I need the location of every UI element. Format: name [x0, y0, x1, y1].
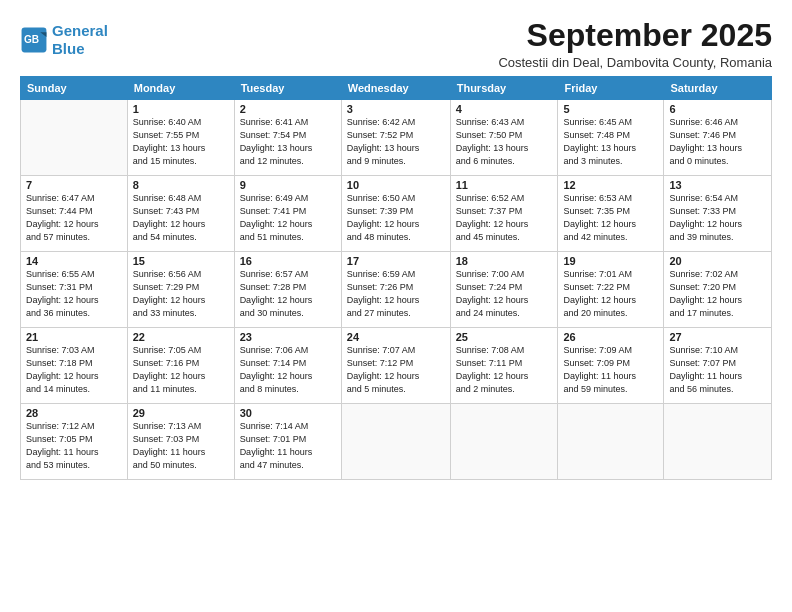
logo: GB General Blue: [20, 22, 108, 58]
day-cell: 14Sunrise: 6:55 AM Sunset: 7:31 PM Dayli…: [21, 252, 128, 328]
day-info: Sunrise: 7:14 AM Sunset: 7:01 PM Dayligh…: [240, 420, 336, 472]
day-info: Sunrise: 6:52 AM Sunset: 7:37 PM Dayligh…: [456, 192, 553, 244]
day-number: 18: [456, 255, 553, 267]
day-info: Sunrise: 7:12 AM Sunset: 7:05 PM Dayligh…: [26, 420, 122, 472]
day-info: Sunrise: 6:42 AM Sunset: 7:52 PM Dayligh…: [347, 116, 445, 168]
day-cell: 19Sunrise: 7:01 AM Sunset: 7:22 PM Dayli…: [558, 252, 664, 328]
day-number: 28: [26, 407, 122, 419]
weekday-thursday: Thursday: [450, 77, 558, 100]
title-area: September 2025 Costestii din Deal, Dambo…: [498, 18, 772, 70]
day-number: 23: [240, 331, 336, 343]
day-number: 14: [26, 255, 122, 267]
day-cell: 21Sunrise: 7:03 AM Sunset: 7:18 PM Dayli…: [21, 328, 128, 404]
day-cell: 30Sunrise: 7:14 AM Sunset: 7:01 PM Dayli…: [234, 404, 341, 480]
day-cell: 23Sunrise: 7:06 AM Sunset: 7:14 PM Dayli…: [234, 328, 341, 404]
day-info: Sunrise: 7:02 AM Sunset: 7:20 PM Dayligh…: [669, 268, 766, 320]
day-cell: 15Sunrise: 6:56 AM Sunset: 7:29 PM Dayli…: [127, 252, 234, 328]
logo-icon: GB: [20, 26, 48, 54]
week-row-0: 1Sunrise: 6:40 AM Sunset: 7:55 PM Daylig…: [21, 100, 772, 176]
weekday-tuesday: Tuesday: [234, 77, 341, 100]
day-cell: [341, 404, 450, 480]
day-number: 26: [563, 331, 658, 343]
day-number: 10: [347, 179, 445, 191]
day-info: Sunrise: 6:53 AM Sunset: 7:35 PM Dayligh…: [563, 192, 658, 244]
day-info: Sunrise: 6:55 AM Sunset: 7:31 PM Dayligh…: [26, 268, 122, 320]
day-cell: 28Sunrise: 7:12 AM Sunset: 7:05 PM Dayli…: [21, 404, 128, 480]
day-info: Sunrise: 6:43 AM Sunset: 7:50 PM Dayligh…: [456, 116, 553, 168]
day-cell: 22Sunrise: 7:05 AM Sunset: 7:16 PM Dayli…: [127, 328, 234, 404]
day-number: 1: [133, 103, 229, 115]
day-info: Sunrise: 6:59 AM Sunset: 7:26 PM Dayligh…: [347, 268, 445, 320]
day-cell: 17Sunrise: 6:59 AM Sunset: 7:26 PM Dayli…: [341, 252, 450, 328]
day-cell: 25Sunrise: 7:08 AM Sunset: 7:11 PM Dayli…: [450, 328, 558, 404]
day-number: 19: [563, 255, 658, 267]
day-cell: 12Sunrise: 6:53 AM Sunset: 7:35 PM Dayli…: [558, 176, 664, 252]
day-cell: 24Sunrise: 7:07 AM Sunset: 7:12 PM Dayli…: [341, 328, 450, 404]
day-info: Sunrise: 7:06 AM Sunset: 7:14 PM Dayligh…: [240, 344, 336, 396]
day-info: Sunrise: 6:57 AM Sunset: 7:28 PM Dayligh…: [240, 268, 336, 320]
day-cell: 11Sunrise: 6:52 AM Sunset: 7:37 PM Dayli…: [450, 176, 558, 252]
day-cell: 8Sunrise: 6:48 AM Sunset: 7:43 PM Daylig…: [127, 176, 234, 252]
day-info: Sunrise: 6:50 AM Sunset: 7:39 PM Dayligh…: [347, 192, 445, 244]
day-number: 4: [456, 103, 553, 115]
day-number: 29: [133, 407, 229, 419]
weekday-friday: Friday: [558, 77, 664, 100]
month-title: September 2025: [498, 18, 772, 53]
logo-general: General: [52, 22, 108, 39]
day-number: 8: [133, 179, 229, 191]
day-number: 9: [240, 179, 336, 191]
day-number: 11: [456, 179, 553, 191]
day-cell: [21, 100, 128, 176]
day-number: 20: [669, 255, 766, 267]
day-info: Sunrise: 7:08 AM Sunset: 7:11 PM Dayligh…: [456, 344, 553, 396]
weekday-monday: Monday: [127, 77, 234, 100]
day-cell: 26Sunrise: 7:09 AM Sunset: 7:09 PM Dayli…: [558, 328, 664, 404]
day-number: 5: [563, 103, 658, 115]
day-number: 15: [133, 255, 229, 267]
day-cell: 5Sunrise: 6:45 AM Sunset: 7:48 PM Daylig…: [558, 100, 664, 176]
day-cell: [664, 404, 772, 480]
day-info: Sunrise: 6:46 AM Sunset: 7:46 PM Dayligh…: [669, 116, 766, 168]
day-cell: 3Sunrise: 6:42 AM Sunset: 7:52 PM Daylig…: [341, 100, 450, 176]
day-number: 27: [669, 331, 766, 343]
day-info: Sunrise: 7:13 AM Sunset: 7:03 PM Dayligh…: [133, 420, 229, 472]
day-info: Sunrise: 7:10 AM Sunset: 7:07 PM Dayligh…: [669, 344, 766, 396]
day-info: Sunrise: 6:47 AM Sunset: 7:44 PM Dayligh…: [26, 192, 122, 244]
day-info: Sunrise: 7:05 AM Sunset: 7:16 PM Dayligh…: [133, 344, 229, 396]
day-number: 12: [563, 179, 658, 191]
day-info: Sunrise: 6:56 AM Sunset: 7:29 PM Dayligh…: [133, 268, 229, 320]
day-cell: 13Sunrise: 6:54 AM Sunset: 7:33 PM Dayli…: [664, 176, 772, 252]
day-info: Sunrise: 6:48 AM Sunset: 7:43 PM Dayligh…: [133, 192, 229, 244]
weekday-header-row: SundayMondayTuesdayWednesdayThursdayFrid…: [21, 77, 772, 100]
day-cell: 7Sunrise: 6:47 AM Sunset: 7:44 PM Daylig…: [21, 176, 128, 252]
day-number: 21: [26, 331, 122, 343]
calendar: SundayMondayTuesdayWednesdayThursdayFrid…: [20, 76, 772, 480]
day-info: Sunrise: 6:40 AM Sunset: 7:55 PM Dayligh…: [133, 116, 229, 168]
day-cell: 20Sunrise: 7:02 AM Sunset: 7:20 PM Dayli…: [664, 252, 772, 328]
day-info: Sunrise: 7:03 AM Sunset: 7:18 PM Dayligh…: [26, 344, 122, 396]
logo-blue: Blue: [52, 40, 85, 57]
day-number: 6: [669, 103, 766, 115]
day-number: 25: [456, 331, 553, 343]
day-cell: 27Sunrise: 7:10 AM Sunset: 7:07 PM Dayli…: [664, 328, 772, 404]
day-info: Sunrise: 7:01 AM Sunset: 7:22 PM Dayligh…: [563, 268, 658, 320]
location-title: Costestii din Deal, Dambovita County, Ro…: [498, 55, 772, 70]
day-info: Sunrise: 6:41 AM Sunset: 7:54 PM Dayligh…: [240, 116, 336, 168]
weekday-saturday: Saturday: [664, 77, 772, 100]
day-cell: 6Sunrise: 6:46 AM Sunset: 7:46 PM Daylig…: [664, 100, 772, 176]
day-cell: 4Sunrise: 6:43 AM Sunset: 7:50 PM Daylig…: [450, 100, 558, 176]
day-number: 24: [347, 331, 445, 343]
day-number: 7: [26, 179, 122, 191]
header-area: GB General Blue September 2025 Costestii…: [20, 18, 772, 70]
weekday-sunday: Sunday: [21, 77, 128, 100]
weekday-wednesday: Wednesday: [341, 77, 450, 100]
day-info: Sunrise: 7:07 AM Sunset: 7:12 PM Dayligh…: [347, 344, 445, 396]
day-info: Sunrise: 6:49 AM Sunset: 7:41 PM Dayligh…: [240, 192, 336, 244]
week-row-3: 21Sunrise: 7:03 AM Sunset: 7:18 PM Dayli…: [21, 328, 772, 404]
day-cell: 16Sunrise: 6:57 AM Sunset: 7:28 PM Dayli…: [234, 252, 341, 328]
day-info: Sunrise: 6:54 AM Sunset: 7:33 PM Dayligh…: [669, 192, 766, 244]
day-cell: [450, 404, 558, 480]
day-cell: 1Sunrise: 6:40 AM Sunset: 7:55 PM Daylig…: [127, 100, 234, 176]
day-number: 3: [347, 103, 445, 115]
day-info: Sunrise: 7:09 AM Sunset: 7:09 PM Dayligh…: [563, 344, 658, 396]
